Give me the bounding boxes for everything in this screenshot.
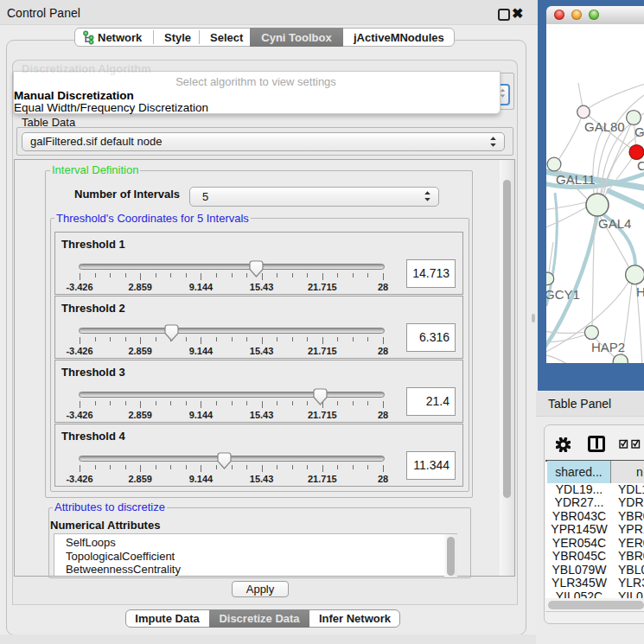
svg-text:HAP2: HAP2 <box>591 340 625 354</box>
svg-text:GA: GA <box>634 124 644 139</box>
svg-text:H: H <box>636 284 644 299</box>
svg-text:C: C <box>637 158 644 173</box>
svg-text:GAL80: GAL80 <box>584 119 625 134</box>
svg-text:GAL4: GAL4 <box>598 216 631 231</box>
svg-text:GAL11: GAL11 <box>556 172 596 187</box>
svg-text:GCY1: GCY1 <box>546 287 580 302</box>
